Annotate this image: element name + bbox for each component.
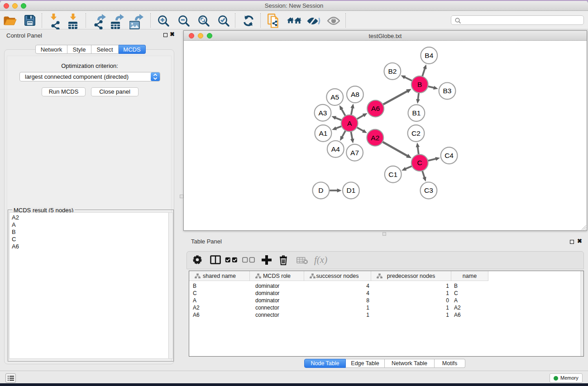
svg-text:A4: A4 [331,145,340,153]
svg-text:A6: A6 [371,105,380,112]
svg-text:B3: B3 [443,87,452,95]
svg-text:A2: A2 [371,134,379,142]
svg-text:A8: A8 [351,91,359,98]
svg-text:B4: B4 [425,52,433,59]
svg-text:D: D [318,186,323,194]
svg-text:A: A [347,119,352,127]
svg-text:B1: B1 [412,109,421,117]
svg-text:C2: C2 [411,129,421,137]
svg-text:A5: A5 [330,93,339,101]
svg-text:A1: A1 [319,129,327,137]
svg-text:B2: B2 [388,67,397,75]
svg-text:C1: C1 [388,171,397,178]
svg-text:D1: D1 [346,186,355,194]
svg-text:C3: C3 [424,186,433,194]
svg-text:A7: A7 [350,149,359,157]
svg-text:C4: C4 [445,152,454,159]
svg-text:B: B [417,81,422,88]
svg-text:A3: A3 [319,109,327,117]
svg-text:C: C [417,159,422,167]
